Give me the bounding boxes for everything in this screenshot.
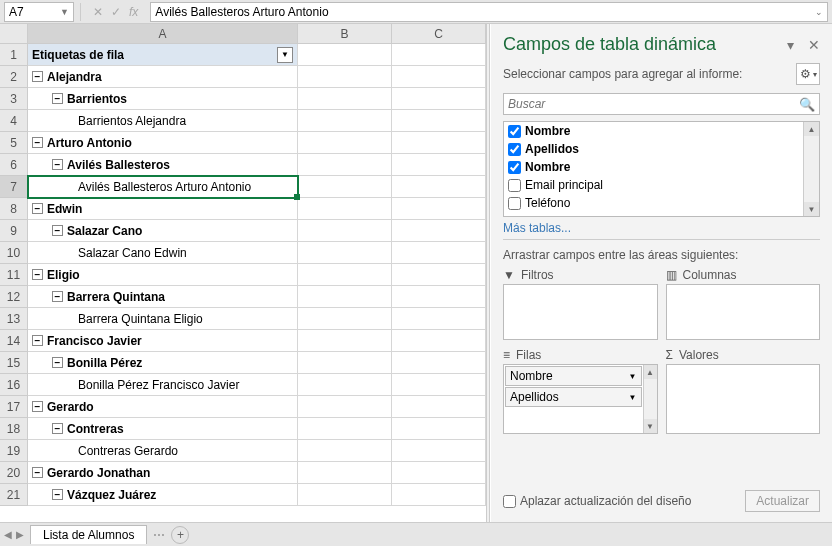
row-header[interactable]: 21 xyxy=(0,484,28,506)
tab-prev-icon[interactable]: ◀ xyxy=(4,529,12,540)
row-header[interactable]: 20 xyxy=(0,462,28,484)
cell-c[interactable] xyxy=(392,396,486,418)
field-checkbox[interactable] xyxy=(508,125,521,138)
row-header[interactable]: 1 xyxy=(0,44,28,66)
cell-c[interactable] xyxy=(392,44,486,66)
row-header[interactable]: 10 xyxy=(0,242,28,264)
field-search[interactable]: 🔍 xyxy=(503,93,820,115)
col-header-a[interactable]: A xyxy=(28,24,298,43)
cell-a[interactable]: −Francisco Javier xyxy=(28,330,298,352)
row-header[interactable]: 13 xyxy=(0,308,28,330)
defer-update-checkbox[interactable]: Aplazar actualización del diseño xyxy=(503,494,691,508)
chevron-down-icon[interactable]: ▼ xyxy=(60,7,69,17)
collapse-icon[interactable]: − xyxy=(32,71,43,82)
cell-b[interactable] xyxy=(298,462,392,484)
collapse-icon[interactable]: − xyxy=(52,489,63,500)
cell-c[interactable] xyxy=(392,66,486,88)
cell-a[interactable]: −Alejandra xyxy=(28,66,298,88)
values-dropzone[interactable] xyxy=(666,364,821,434)
cell-a[interactable]: Avilés Ballesteros Arturo Antonio xyxy=(28,176,298,198)
cell-c[interactable] xyxy=(392,484,486,506)
cell-a[interactable]: Contreras Gerardo xyxy=(28,440,298,462)
cell-c[interactable] xyxy=(392,308,486,330)
cell-c[interactable] xyxy=(392,374,486,396)
row-header[interactable]: 15 xyxy=(0,352,28,374)
row-header[interactable]: 12 xyxy=(0,286,28,308)
collapse-icon[interactable]: − xyxy=(52,225,63,236)
cell-c[interactable] xyxy=(392,198,486,220)
cell-a[interactable]: Salazar Cano Edwin xyxy=(28,242,298,264)
cell-c[interactable] xyxy=(392,154,486,176)
chevron-down-icon[interactable]: ▾ xyxy=(787,37,794,53)
cell-b[interactable] xyxy=(298,66,392,88)
collapse-icon[interactable]: − xyxy=(52,291,63,302)
rows-area-item[interactable]: Nombre▼ xyxy=(505,366,642,386)
cell-c[interactable] xyxy=(392,286,486,308)
collapse-icon[interactable]: − xyxy=(52,357,63,368)
cell-a[interactable]: −Edwin xyxy=(28,198,298,220)
cell-a[interactable]: −Barrera Quintana xyxy=(28,286,298,308)
cell-c[interactable] xyxy=(392,330,486,352)
scroll-up-icon[interactable]: ▲ xyxy=(804,122,819,136)
cell-c[interactable] xyxy=(392,462,486,484)
cell-b[interactable] xyxy=(298,44,392,66)
row-header[interactable]: 6 xyxy=(0,154,28,176)
field-scrollbar[interactable]: ▲ ▼ xyxy=(803,122,819,216)
cell-b[interactable] xyxy=(298,352,392,374)
collapse-icon[interactable]: − xyxy=(32,401,43,412)
select-all-corner[interactable] xyxy=(0,24,28,43)
cell-b[interactable] xyxy=(298,220,392,242)
tab-next-icon[interactable]: ▶ xyxy=(16,529,24,540)
collapse-icon[interactable]: − xyxy=(32,203,43,214)
fx-icon[interactable]: fx xyxy=(129,5,138,19)
chevron-down-icon[interactable]: ▼ xyxy=(629,372,637,381)
field-item[interactable]: Nombre xyxy=(504,122,803,140)
field-checkbox[interactable] xyxy=(508,143,521,156)
collapse-icon[interactable]: − xyxy=(52,159,63,170)
collapse-icon[interactable]: − xyxy=(32,269,43,280)
sheet-tab-active[interactable]: Lista de Alumnos xyxy=(30,525,147,544)
cell-a[interactable]: Bonilla Pérez Francisco Javier xyxy=(28,374,298,396)
cell-a[interactable]: −Gerardo xyxy=(28,396,298,418)
cell-b[interactable] xyxy=(298,110,392,132)
cell-a[interactable]: −Barrientos xyxy=(28,88,298,110)
cell-a[interactable]: −Arturo Antonio xyxy=(28,132,298,154)
row-header[interactable]: 19 xyxy=(0,440,28,462)
vertical-scrollbar[interactable] xyxy=(486,24,489,522)
formula-bar[interactable]: Avilés Ballesteros Arturo Antonio ⌄ xyxy=(150,2,828,22)
filters-dropzone[interactable] xyxy=(503,284,658,340)
chevron-down-icon[interactable]: ⌄ xyxy=(815,7,823,17)
cell-c[interactable] xyxy=(392,220,486,242)
rows-scrollbar[interactable]: ▲ ▼ xyxy=(643,365,657,433)
cell-a[interactable]: Etiquetas de fila▼ xyxy=(28,44,298,66)
defer-checkbox[interactable] xyxy=(503,495,516,508)
field-item[interactable]: Email principal xyxy=(504,176,803,194)
cell-b[interactable] xyxy=(298,88,392,110)
cell-a[interactable]: −Avilés Ballesteros xyxy=(28,154,298,176)
more-tables-link[interactable]: Más tablas... xyxy=(503,217,820,240)
field-item[interactable]: Teléfono xyxy=(504,194,803,212)
cell-b[interactable] xyxy=(298,176,392,198)
cell-a[interactable]: −Bonilla Pérez xyxy=(28,352,298,374)
cell-b[interactable] xyxy=(298,374,392,396)
name-box[interactable]: A7 ▼ xyxy=(4,2,74,22)
close-icon[interactable]: ✕ xyxy=(808,37,820,53)
cell-c[interactable] xyxy=(392,352,486,374)
cell-c[interactable] xyxy=(392,418,486,440)
cell-b[interactable] xyxy=(298,308,392,330)
cell-a[interactable]: −Contreras xyxy=(28,418,298,440)
row-header[interactable]: 17 xyxy=(0,396,28,418)
search-input[interactable] xyxy=(508,97,799,111)
col-header-c[interactable]: C xyxy=(392,24,486,43)
columns-dropzone[interactable] xyxy=(666,284,821,340)
cell-b[interactable] xyxy=(298,242,392,264)
cell-b[interactable] xyxy=(298,154,392,176)
field-checkbox[interactable] xyxy=(508,197,521,210)
field-item[interactable]: Apellidos xyxy=(504,140,803,158)
search-icon[interactable]: 🔍 xyxy=(799,97,815,112)
col-header-b[interactable]: B xyxy=(298,24,392,43)
rows-area-item[interactable]: Apellidos▼ xyxy=(505,387,642,407)
row-header[interactable]: 8 xyxy=(0,198,28,220)
cell-a[interactable]: Barrera Quintana Eligio xyxy=(28,308,298,330)
row-header[interactable]: 9 xyxy=(0,220,28,242)
